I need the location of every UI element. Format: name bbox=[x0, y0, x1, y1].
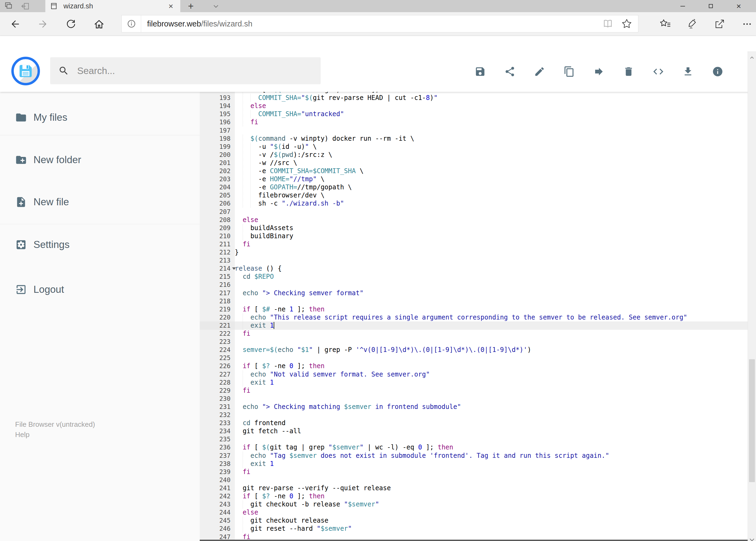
code-line[interactable]: fi bbox=[235, 240, 748, 249]
code-line[interactable]: echo "> Checking matching $semver in fro… bbox=[235, 403, 748, 411]
code-line[interactable]: buildBinary bbox=[235, 232, 748, 241]
code-line[interactable] bbox=[235, 411, 748, 419]
url-text[interactable]: filebrowser.web/files/wizard.sh bbox=[147, 19, 600, 28]
code-line[interactable] bbox=[235, 435, 748, 443]
delete-button[interactable] bbox=[623, 66, 634, 78]
code-line[interactable]: buildAssets bbox=[235, 224, 748, 232]
window-minimize-button[interactable] bbox=[668, 0, 697, 12]
code-line[interactable]: else bbox=[235, 102, 748, 110]
code-line[interactable] bbox=[235, 256, 748, 265]
sidebar-item-settings[interactable]: Settings bbox=[0, 230, 200, 260]
sidebar-item-new-file[interactable]: New file bbox=[0, 187, 200, 217]
code-line[interactable]: if [ $# -ne 1 ]; then bbox=[235, 305, 748, 313]
code-line[interactable]: -w //src \ bbox=[235, 159, 748, 167]
code-line[interactable]: fi bbox=[235, 468, 748, 476]
sidebar-item-new-folder[interactable]: New folder bbox=[0, 145, 200, 175]
code-line[interactable] bbox=[235, 354, 748, 362]
code-line[interactable]: echo "Not valid semver format. See semve… bbox=[235, 370, 748, 379]
code-line[interactable]: } bbox=[235, 248, 748, 257]
code-line[interactable]: exit 1 bbox=[235, 321, 748, 330]
source-button[interactable] bbox=[652, 66, 664, 78]
scrollbar-up-icon[interactable] bbox=[748, 53, 756, 63]
forward-button[interactable] bbox=[38, 18, 49, 30]
search-input[interactable] bbox=[77, 65, 293, 76]
save-button[interactable] bbox=[474, 66, 486, 78]
code-line[interactable]: sh -c "./wizard.sh -b" bbox=[235, 199, 748, 208]
code-line[interactable]: if [ $? -ne 0 ]; then bbox=[235, 492, 748, 500]
address-bar[interactable]: filebrowser.web/files/wizard.sh bbox=[122, 15, 638, 32]
code-line[interactable]: exit 1 bbox=[235, 460, 748, 468]
code-line[interactable]: fi bbox=[235, 118, 748, 126]
filebrowser-logo[interactable] bbox=[11, 57, 40, 85]
code-line[interactable]: if [ $? -ne 0 ]; then bbox=[235, 362, 748, 370]
tabs-menu-chevron-icon[interactable] bbox=[211, 1, 221, 11]
code-line[interactable]: git rev-parse --verify --quiet release bbox=[235, 484, 748, 492]
code-line[interactable]: -u "$(id -u)" \ bbox=[235, 143, 748, 151]
download-button[interactable] bbox=[682, 66, 694, 78]
code-line[interactable]: filebrowser/dev \ bbox=[235, 191, 748, 200]
code-line[interactable]: echo "Tag $semver does not exist in subm… bbox=[235, 452, 748, 460]
set-tabs-aside-icon[interactable] bbox=[21, 1, 30, 11]
window-close-button[interactable]: × bbox=[725, 0, 753, 12]
fold-arrow-icon[interactable] bbox=[232, 268, 236, 270]
code-line[interactable] bbox=[235, 126, 748, 135]
page-scrollbar[interactable] bbox=[748, 51, 756, 541]
help-link[interactable]: Help bbox=[15, 429, 95, 440]
home-button[interactable] bbox=[94, 18, 105, 30]
annotate-pen-button[interactable] bbox=[686, 18, 697, 30]
code-line[interactable] bbox=[235, 297, 748, 305]
code-line[interactable]: -v /$(pwd):/src:z \ bbox=[235, 151, 748, 159]
code-line[interactable]: -e COMMIT_SHA=$COMMIT_SHA \ bbox=[235, 167, 748, 175]
tab-previews-icon[interactable] bbox=[4, 1, 14, 11]
code-line[interactable]: echo "> Checking semver format" bbox=[235, 289, 748, 297]
search-bar[interactable] bbox=[50, 57, 321, 84]
share-button[interactable] bbox=[504, 66, 516, 78]
code-line[interactable]: exit 1 bbox=[235, 378, 748, 387]
close-tab-icon[interactable]: × bbox=[166, 2, 175, 11]
favorites-hub-button[interactable] bbox=[660, 18, 671, 30]
back-button[interactable] bbox=[9, 18, 21, 30]
sidebar-item-my-files[interactable]: My files bbox=[0, 103, 200, 132]
scrollbar-thumb[interactable] bbox=[749, 359, 755, 482]
new-tab-button[interactable]: + bbox=[186, 1, 196, 11]
code-line[interactable]: release () { bbox=[235, 265, 748, 273]
add-favorite-star-icon[interactable] bbox=[619, 16, 634, 31]
code-line[interactable]: -e GOPATH=//tmp/gopath \ bbox=[235, 183, 748, 192]
tab-wizard-sh[interactable]: wizard.sh × bbox=[45, 0, 180, 12]
info-button[interactable] bbox=[712, 66, 724, 78]
code-line[interactable] bbox=[235, 280, 748, 289]
share-page-button[interactable] bbox=[714, 18, 725, 30]
code-line[interactable]: git checkout -b release "$semver" bbox=[235, 500, 748, 509]
more-options-button[interactable] bbox=[741, 18, 753, 30]
code-line[interactable] bbox=[235, 208, 748, 216]
app-version-link[interactable]: File Browser v(untracked) bbox=[15, 419, 95, 429]
code-line[interactable]: cd $REPO bbox=[235, 272, 748, 281]
code-editor[interactable]: 1921931941951961971981992002012022032042… bbox=[200, 92, 748, 541]
code-line[interactable]: else bbox=[235, 216, 748, 224]
code-line[interactable]: fi bbox=[235, 386, 748, 395]
code-line[interactable]: COMMIT_SHA="untracked" bbox=[235, 110, 748, 118]
sidebar-item-logout[interactable]: Logout bbox=[0, 275, 200, 304]
code-line[interactable] bbox=[235, 476, 748, 484]
scrollbar-down-icon[interactable] bbox=[748, 535, 756, 541]
move-button[interactable] bbox=[593, 66, 605, 78]
rename-button[interactable] bbox=[534, 66, 546, 78]
code-line[interactable]: echo "This release script requires a sin… bbox=[235, 313, 748, 322]
code-line[interactable]: git reset --hard "$semver" bbox=[235, 525, 748, 533]
code-line[interactable]: COMMIT_SHA="$(git rev-parse HEAD | cut -… bbox=[235, 94, 748, 102]
reading-view-button[interactable] bbox=[600, 16, 616, 31]
code-line[interactable]: semver=$(echo "$1" | grep -P '^v(0|[1-9]… bbox=[235, 346, 748, 354]
code-line[interactable]: $(command -v winpty) docker run --rm -it… bbox=[235, 135, 748, 143]
code-line[interactable]: cd frontend bbox=[235, 419, 748, 427]
code-line[interactable]: fi bbox=[235, 329, 748, 338]
code-line[interactable]: else bbox=[235, 508, 748, 517]
window-maximize-button[interactable] bbox=[697, 0, 725, 12]
site-info-icon[interactable] bbox=[122, 15, 141, 32]
code-line[interactable] bbox=[235, 337, 748, 346]
code-line[interactable] bbox=[235, 395, 748, 403]
code-line[interactable]: git checkout release bbox=[235, 516, 748, 525]
refresh-button[interactable] bbox=[65, 18, 77, 30]
code-line[interactable]: if [ $(git tag | grep "$semver" | wc -l)… bbox=[235, 443, 748, 452]
code-line[interactable]: git fetch --all bbox=[235, 427, 748, 435]
copy-button[interactable] bbox=[563, 66, 575, 78]
